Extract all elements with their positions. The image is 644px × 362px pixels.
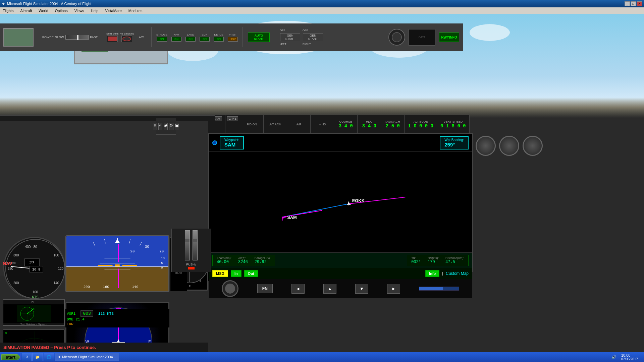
taskbar-folder-button[interactable]: 📁 (32, 353, 43, 361)
taskbar-divider (20, 354, 21, 360)
speed-gauge-svg: 80 100 120 140 160 200 250 300 400 MACH … (4, 238, 66, 300)
gs-label: GS(kts): (428, 256, 439, 260)
seat-belt-switch[interactable] (107, 36, 118, 42)
gps-right-buttons: Info | Custom Map (425, 270, 469, 277)
close-button[interactable]: ✕ (637, 1, 642, 6)
out-button[interactable]: Out (244, 270, 258, 277)
land-state[interactable]: ON (185, 37, 196, 42)
attitude-indicator: 200 160 140 30 30 20 20 5 10 5 (65, 235, 169, 292)
svg-rect-28 (115, 264, 120, 266)
arrow-down[interactable]: ▼ (355, 284, 368, 294)
dist-label: Distance(nm): (445, 256, 464, 260)
vor-trr: TRR (67, 322, 73, 326)
gen-start-right: OFF GEN START RIGHT (303, 29, 323, 46)
deice-label: DE-ICE (214, 33, 223, 36)
menu-modules[interactable]: Modules (127, 8, 144, 13)
gen-start-right-button[interactable]: GEN START (303, 33, 323, 41)
gen-start-left-button[interactable]: GEN START (280, 33, 300, 41)
arrow-right[interactable]: ► (387, 284, 400, 294)
mode-btn-view[interactable]: ◉ (164, 123, 168, 130)
gps-progress-fill (419, 287, 443, 290)
ap-course-label: COURSE (339, 120, 353, 123)
arrow-left[interactable]: ◄ (291, 284, 305, 294)
mode-buttons: ⬇ ✓ ◉ ⚙ ▣ (156, 118, 176, 135)
svg-line-20 (93, 242, 95, 246)
auto-start-button[interactable]: AUTO START (248, 33, 270, 42)
throttle-indicator (188, 267, 195, 269)
rwyinfo-button[interactable]: RWYINFO (439, 33, 459, 42)
strobe-switch: STROBE ON (156, 33, 167, 42)
info-button[interactable]: Info (425, 270, 439, 277)
no-smoking-switch[interactable] (121, 36, 132, 42)
svg-text:5: 5 (189, 284, 191, 287)
menu-help[interactable]: Help (90, 8, 100, 13)
ap-alt-value: 1 0 0 0 0 (408, 123, 433, 129)
ap-hmd-label: →HD (319, 123, 326, 126)
taskbar-app-button[interactable]: ✈ Microsoft Flight Simulator 2004... (55, 353, 119, 361)
throttle-slider[interactable] (65, 35, 89, 40)
svg-text:80: 80 (33, 245, 37, 249)
menu-vistaMare[interactable]: VistaMare (104, 8, 123, 13)
throttle-lever-1[interactable] (185, 230, 190, 260)
mode-btn-down[interactable]: ⬇ (153, 123, 157, 130)
menu-world[interactable]: World (37, 8, 50, 13)
ap-gps-button[interactable]: G P S (227, 116, 238, 121)
svg-text:300: 300 (13, 253, 19, 257)
fn-button[interactable]: FN (257, 284, 273, 293)
msg-button[interactable]: MSG (212, 270, 228, 277)
taskbar-desktop-button[interactable]: 🖥 (22, 353, 32, 361)
mode-btn-gear[interactable]: ⚙ (169, 123, 173, 130)
window-title: Microsoft Flight Simulator 2004 - A Cent… (7, 2, 91, 6)
svg-rect-100 (209, 152, 472, 252)
nav-state[interactable]: ON (171, 37, 181, 42)
mode-btn-check[interactable]: ✓ (158, 123, 162, 130)
ap-at-section: A/T ARM (264, 115, 287, 133)
nav-switch: NAV ON (171, 33, 181, 42)
mode-btn-square[interactable]: ▣ (175, 123, 179, 130)
svg-text:EGKK: EGKK (352, 198, 365, 203)
custom-map-link[interactable]: Custom Map (446, 271, 469, 276)
svg-text:5: 5 (161, 261, 163, 264)
no-smoking-indicator (122, 37, 131, 41)
paused-text: SIMULATION PAUSED – Press P to continue. (3, 345, 96, 350)
start-button[interactable]: start (1, 354, 20, 360)
ap-ap-label: A/P (297, 123, 302, 126)
minimize-button[interactable]: _ (625, 1, 630, 6)
overhead-switches-row: Seat Belts No Smoking (106, 32, 134, 42)
ecn-state[interactable]: ON (200, 37, 210, 42)
no-smoking-label: No Smoking (120, 32, 135, 35)
menu-options[interactable]: Options (54, 8, 69, 13)
taskbar-browser-button[interactable]: 🌐 (44, 353, 54, 361)
gps-fn-row: FN ◄ ▲ ▼ ► (209, 279, 472, 298)
title-bar: ✈ Microsoft Flight Simulator 2004 - A Ce… (0, 0, 644, 7)
data-display: DATA (409, 29, 435, 46)
tray-volume-icon: 🔊 (611, 355, 616, 359)
knob-3[interactable] (523, 136, 543, 156)
vor-row-3: TRR (67, 322, 168, 326)
deice-state[interactable]: ON (214, 37, 224, 42)
overhead-panel: POWER SLOW FAST Seat Belts No Smoking A/… (0, 23, 463, 51)
pitot-state[interactable]: HEAT (228, 37, 238, 42)
svg-text:200: 200 (13, 281, 19, 285)
pfe-screen (3, 304, 64, 323)
strobe-state[interactable]: ON (157, 37, 167, 42)
gps-info-right-values: Trk: 002° GS(kts): 179 Distance(nm): 47.… (411, 256, 464, 264)
arrow-up[interactable]: ▲ (323, 284, 336, 294)
ap-ias-label: IAS/MACH (385, 120, 400, 123)
menu-flights[interactable]: Flights (1, 8, 15, 13)
throttle-lever-2[interactable] (193, 230, 198, 260)
divider-3 (275, 27, 275, 47)
menu-aircraft[interactable]: Aircraft (19, 8, 33, 13)
maximize-button[interactable]: □ (631, 1, 636, 6)
knob-2[interactable] (499, 136, 519, 156)
menu-views[interactable]: Views (73, 8, 86, 13)
ecn-label: ECN (202, 33, 208, 36)
pipe-separator: | (442, 272, 443, 276)
gps-joystick[interactable] (222, 280, 238, 297)
svg-text:BARO: BARO (175, 272, 182, 274)
svg-text:160: 160 (103, 285, 109, 289)
vor-freq-box: 003 (80, 310, 93, 317)
in-button[interactable]: In (231, 270, 241, 277)
knob-1[interactable] (476, 136, 496, 156)
gs-item: GS(kts): 179 (428, 256, 439, 264)
